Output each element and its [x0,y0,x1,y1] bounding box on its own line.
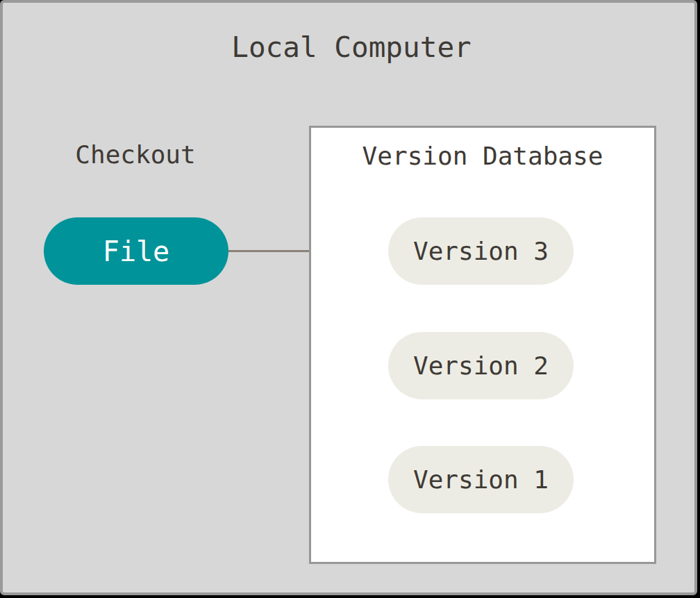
version-database-title: Version Database [362,144,603,169]
version-3-pill: Version 3 [388,217,574,285]
file-pill: File [44,217,228,285]
file-label: File [103,235,169,267]
version-2-label: Version 2 [413,351,549,380]
version-2-pill: Version 2 [388,332,574,399]
version-1-pill: Version 1 [388,446,574,513]
page-title: Local Computer [231,33,472,62]
version-1-label: Version 1 [413,465,549,494]
checkout-label: Checkout [75,142,195,167]
version-3-label: Version 3 [413,237,549,265]
local-computer-frame: Local Computer Checkout Version Database… [0,0,697,595]
